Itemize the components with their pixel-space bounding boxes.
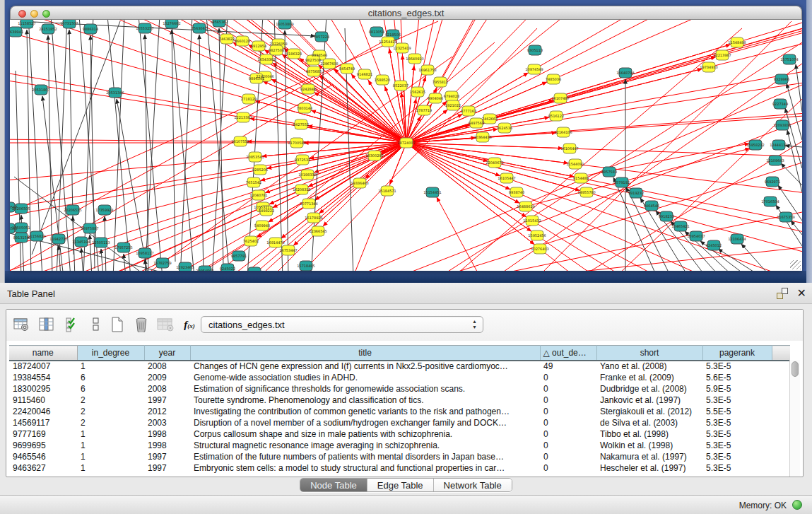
table-row[interactable]: 946362711997Embryonic stem cells: a mode… (9, 462, 790, 474)
table-cell[interactable]: Estimation of the future numbers of pati… (190, 451, 540, 462)
create-column-button[interactable] (108, 315, 126, 334)
table-cell[interactable]: 5.3E-5 (702, 428, 772, 440)
table-cell[interactable]: 2 (77, 406, 144, 417)
table-cell[interactable]: Embryonic stem cells: a model to study s… (190, 462, 540, 474)
tab-network-table[interactable]: Network Table (434, 479, 512, 491)
column-header-short[interactable]: short (596, 346, 702, 361)
table-cell[interactable]: 5.3E-5 (702, 417, 772, 428)
window-resize-grip[interactable] (790, 260, 801, 269)
table-row[interactable]: 1872400712008Changes of HCN gene express… (9, 361, 790, 372)
table-cell[interactable]: Genome-wide association studies in ADHD. (190, 372, 540, 383)
table-row[interactable]: 1830029562008Estimation of significance … (9, 383, 790, 395)
table-cell[interactable]: 1997 (144, 462, 190, 474)
table-cell[interactable]: 9777169 (9, 428, 77, 440)
table-cell[interactable]: 2003 (144, 417, 190, 428)
network-graph[interactable]: 1115852724151852107315079886314105532571… (10, 20, 802, 271)
table-row[interactable]: 1456911722003Disruption of a novel membe… (9, 417, 790, 428)
table-cell[interactable]: 1 (77, 462, 144, 474)
tab-node-table[interactable]: Node Table (300, 479, 367, 491)
table-row[interactable]: 969969511998Structural magnetic resonanc… (9, 440, 790, 451)
table-row[interactable]: 911546021997Tourette syndrome. Phenomeno… (9, 395, 790, 406)
table-row[interactable]: 2242004622012Investigating the contribut… (9, 406, 790, 417)
table-cell[interactable]: Tourette syndrome. Phenomenology and cla… (190, 395, 540, 406)
table-cell[interactable]: Tibbo et al. (1998) (596, 428, 702, 440)
table-cell[interactable]: 14569117 (9, 417, 77, 428)
table-cell[interactable]: 0 (540, 451, 596, 462)
table-cell[interactable]: 6 (77, 383, 144, 395)
table-cell[interactable]: 0 (540, 383, 596, 395)
table-cell[interactable]: 19384554 (9, 372, 77, 383)
table-cell[interactable]: 5.3E-5 (702, 462, 772, 474)
table-cell[interactable]: Franke et al. (2009) (596, 372, 702, 383)
table-cell[interactable]: 9115460 (9, 395, 77, 406)
table-cell[interactable]: 0 (540, 406, 596, 417)
column-header-title[interactable]: title (190, 346, 540, 361)
close-panel-icon[interactable]: ✕ (797, 286, 806, 300)
table-cell[interactable]: 1997 (144, 395, 190, 406)
table-vertical-scrollbar[interactable] (789, 360, 800, 477)
table-cell[interactable]: Jankovic et al. (1997) (596, 395, 702, 406)
table-cell[interactable]: 2012 (144, 406, 190, 417)
table-cell[interactable] (772, 451, 790, 462)
table-selector-dropdown[interactable]: citations_edges.txt ▲▼ (201, 316, 483, 333)
tab-edge-table[interactable]: Edge Table (367, 479, 434, 491)
table-cell[interactable]: 1 (77, 428, 144, 440)
function-builder-button[interactable]: f(x) (180, 315, 199, 334)
memory-indicator-icon[interactable] (792, 500, 802, 510)
table-cell[interactable]: 2009 (144, 372, 190, 383)
table-cell[interactable]: Investigating the contribution of common… (190, 406, 540, 417)
table-cell[interactable]: Changes of HCN gene expression and I(f) … (190, 361, 540, 372)
table-cell[interactable]: Structural magnetic resonance image aver… (190, 440, 540, 451)
table-cell[interactable] (772, 417, 790, 428)
table-cell[interactable]: 9463627 (9, 462, 77, 474)
selection-mode-button[interactable] (63, 315, 81, 334)
network-canvas[interactable]: 1115852724151852107315079886314105532571… (10, 20, 802, 271)
delete-column-button[interactable] (132, 315, 151, 334)
table-cell[interactable] (772, 361, 790, 372)
column-header-year[interactable]: year (144, 346, 190, 361)
table-cell[interactable]: 5.3E-5 (702, 395, 772, 406)
table-cell[interactable]: 1997 (144, 451, 190, 462)
table-cell[interactable]: 18724007 (9, 361, 77, 372)
table-cell[interactable]: 22420046 (9, 406, 77, 417)
table-cell[interactable] (772, 395, 790, 406)
delete-table-button[interactable] (156, 315, 175, 334)
table-cell[interactable] (772, 406, 790, 417)
table-cell[interactable]: Corpus callosum shape and size in male p… (190, 428, 540, 440)
float-panel-icon[interactable] (777, 288, 788, 299)
table-mode-button[interactable] (12, 315, 30, 334)
desktop-right-scroll-strip[interactable] (806, 0, 812, 283)
table-cell[interactable]: Hescheler et al. (1997) (596, 462, 702, 474)
column-header-in_degree[interactable]: in_degree (77, 346, 144, 361)
table-row[interactable]: 977716911998Corpus callosum shape and si… (9, 428, 790, 440)
table-cell[interactable]: 5.3E-5 (702, 440, 772, 451)
network-window-titlebar[interactable]: citations_edges.txt (10, 6, 802, 20)
table-cell[interactable]: 5.6E-5 (702, 372, 772, 383)
table-cell[interactable]: Dudbridge et al. (2008) (596, 383, 702, 395)
table-cell[interactable]: 1 (77, 440, 144, 451)
table-cell[interactable]: 5.3E-5 (702, 451, 772, 462)
table-cell[interactable] (772, 462, 790, 474)
table-cell[interactable]: 2 (77, 417, 144, 428)
table-cell[interactable]: 18300295 (9, 383, 77, 395)
table-cell[interactable]: 2008 (144, 361, 190, 372)
table-cell[interactable]: Nakamura et al. (1997) (596, 451, 702, 462)
table-cell[interactable]: 49 (540, 361, 596, 372)
table-cell[interactable]: Stergiakouli et al. (2012) (596, 406, 702, 417)
table-cell[interactable]: 1998 (144, 440, 190, 451)
table-cell[interactable]: 0 (540, 462, 596, 474)
table-cell[interactable]: 5.5E-5 (702, 406, 772, 417)
table-cell[interactable]: 0 (540, 395, 596, 406)
table-cell[interactable]: 0 (540, 372, 596, 383)
table-cell[interactable] (772, 372, 790, 383)
table-cell[interactable]: 5.9E-5 (702, 383, 772, 395)
table-row[interactable]: 946554611997Estimation of the future num… (9, 451, 790, 462)
table-cell[interactable]: 0 (540, 417, 596, 428)
table-cell[interactable]: Yano et al. (2008) (596, 361, 702, 372)
table-row[interactable]: 1938455462009Genome-wide association stu… (9, 372, 790, 383)
table-cell[interactable]: 1 (77, 451, 144, 462)
table-cell[interactable]: Disruption of a novel member of a sodium… (190, 417, 540, 428)
column-header-name[interactable]: name (9, 346, 77, 361)
table-cell[interactable]: 2 (77, 395, 144, 406)
table-cell[interactable] (772, 440, 790, 451)
